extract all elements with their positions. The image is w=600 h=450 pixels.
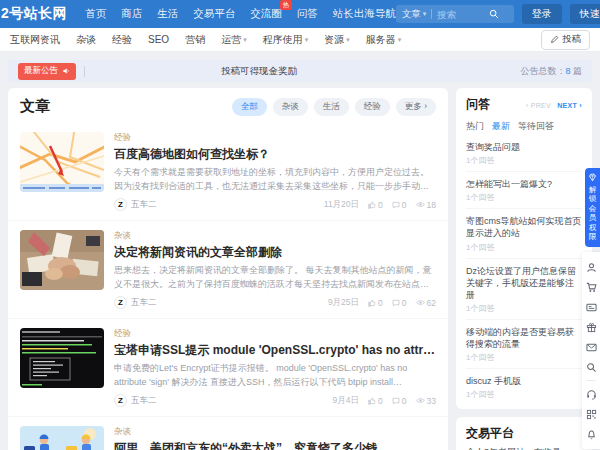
search-category-dropdown[interactable]: 文章▾ [402, 8, 427, 21]
qa-answer-count: 1个回答 [466, 242, 582, 253]
card-icon[interactable] [586, 297, 597, 317]
member-unlock-badge[interactable]: 解锁会员权限 [585, 168, 600, 247]
mail-icon[interactable] [586, 337, 597, 357]
nav-shop[interactable]: 商店 [121, 7, 142, 21]
user-icon[interactable] [586, 257, 597, 277]
subnav-server[interactable]: 服务器▾ [366, 33, 402, 47]
filter-all[interactable]: 全部 [232, 98, 267, 116]
next-button[interactable]: NEXT › [557, 102, 582, 109]
article-row[interactable]: 经验 宝塔申请SSL提示 module 'OpenSSL.crypto' has… [8, 318, 448, 416]
article-meta: Z 五车二 11月20日 0 0 18 [114, 198, 436, 211]
article-thumbnail-terminal[interactable] [20, 328, 104, 388]
article-category[interactable]: 经验 [114, 328, 436, 340]
view-stat: 33 [416, 396, 436, 406]
submit-post-button[interactable]: 投稿 [541, 30, 590, 50]
qa-item[interactable]: 怎样能写出一篇爆文?1个回答 [466, 172, 582, 209]
qa-item[interactable]: Dz论坛设置了用户信息保留关键字，手机版还是能够注册1个回答 [466, 259, 582, 320]
filter-misc[interactable]: 杂谈 [273, 98, 308, 116]
comment-stat[interactable]: 0 [392, 200, 407, 210]
comment-stat[interactable]: 0 [392, 298, 407, 308]
category-nav: 互联网资讯 杂谈 经验 SEO 营销 运营▾ 程序使用▾ 资源▾ 服务器▾ 投稿 [0, 28, 600, 52]
like-count: 0 [378, 396, 383, 406]
article-date: 11月20日 [324, 199, 359, 211]
avatar[interactable]: Z [114, 198, 127, 211]
qa-tabs: 热门 最新 等待回答 [466, 120, 582, 135]
bell-icon[interactable] [586, 424, 597, 444]
team-photo-image [20, 230, 104, 290]
subnav-seo[interactable]: SEO [148, 34, 169, 45]
qa-answer-count: 1个回答 [466, 352, 582, 363]
article-thumbnail-map[interactable] [20, 132, 104, 192]
article-author[interactable]: 五车二 [131, 199, 157, 211]
nav-home[interactable]: 首页 [85, 7, 106, 21]
chevron-down-icon: ▾ [398, 36, 402, 44]
nav-circle-label: 交流圈 [250, 7, 282, 19]
qa-item[interactable]: 寄图cms导航站如何实现首页显示进入的站1个回答 [466, 209, 582, 258]
subnav-experience[interactable]: 经验 [112, 33, 132, 47]
article-row[interactable]: 杂谈 决定将新闻资讯的文章全部删除 思来想去，决定将新闻资讯的文章全部删除了。 … [8, 220, 448, 318]
trade-item[interactable]: 个人3年老网站，有收录 出售8月14日 [466, 442, 582, 450]
like-stat[interactable]: 0 [368, 200, 383, 210]
main-content: 文章 全部 杂谈 生活 经验 更多 › [0, 88, 600, 450]
qrcode-icon[interactable] [586, 404, 597, 424]
article-author[interactable]: 五车二 [131, 395, 157, 407]
avatar[interactable]: Z [114, 296, 127, 309]
subnav-misc[interactable]: 杂谈 [76, 33, 96, 47]
site-logo[interactable]: 2号站长网 [1, 5, 67, 23]
eye-icon [416, 396, 425, 405]
headset-icon[interactable] [586, 384, 597, 404]
article-stats: 9月25日 0 0 62 [328, 297, 436, 309]
comment-count: 0 [402, 396, 407, 406]
article-category[interactable]: 杂谈 [114, 426, 436, 438]
like-stat[interactable]: 0 [368, 298, 383, 308]
article-thumbnail-photo[interactable] [20, 230, 104, 290]
register-button[interactable]: 快速注册 [570, 4, 600, 24]
nav-trade[interactable]: 交易平台 [193, 7, 235, 21]
announcement-text[interactable]: 投稿可得现金奖励 [221, 65, 297, 78]
prev-button[interactable]: ‹ PREV [526, 102, 551, 109]
qa-item[interactable]: 移动端的内容是否更容易获得搜索的流量1个回答 [466, 320, 582, 369]
avatar[interactable]: Z [114, 394, 127, 407]
top-header: 2号站长网 首页 商店 生活 交易平台 交流圈热 问答 站长出海导航 文章▾ 登… [0, 0, 600, 28]
search-icon[interactable] [489, 9, 499, 19]
article-title[interactable]: 决定将新闻资讯的文章全部删除 [114, 244, 436, 261]
article-row[interactable]: 经验 百度高德地图如何查找坐标？ 今天有个需求就是需要获取到地址的坐标，填充到内… [8, 123, 448, 220]
qa-tab-unanswered[interactable]: 等待回答 [518, 120, 554, 133]
nav-qa[interactable]: 问答 [297, 7, 318, 21]
nav-overseas[interactable]: 站长出海导航 [333, 7, 396, 21]
search-box[interactable]: 文章▾ [396, 5, 514, 23]
article-thumbnail-illustration[interactable] [20, 426, 104, 450]
article-category[interactable]: 经验 [114, 132, 436, 144]
filter-experience[interactable]: 经验 [355, 98, 390, 116]
search-icon[interactable] [586, 357, 597, 377]
article-title[interactable]: 宝塔申请SSL提示 module 'OpenSSL.crypto' has no… [114, 342, 436, 359]
cart-icon[interactable] [586, 277, 597, 297]
article-category[interactable]: 杂谈 [114, 230, 436, 242]
subnav-marketing[interactable]: 营销 [185, 33, 205, 47]
nav-circle[interactable]: 交流圈热 [250, 7, 282, 21]
article-author[interactable]: 五车二 [131, 297, 157, 309]
qa-widget: 问答 ‹ PREV NEXT › 热门 最新 等待回答 查询奖品问题1个回答 怎… [456, 88, 592, 409]
qa-item[interactable]: 查询奖品问题1个回答 [466, 135, 582, 172]
subnav-resources[interactable]: 资源▾ [324, 33, 350, 47]
qa-tab-hot[interactable]: 热门 [466, 120, 484, 133]
article-row[interactable]: 杂谈 阿里、美团和京东的“外卖大战”，究竟烧了多少钱 来源: 硅星人 作者 ｜ … [8, 416, 448, 450]
search-input[interactable] [437, 9, 489, 20]
qa-item[interactable]: discuz 手机版1个回答 [466, 369, 582, 405]
article-title[interactable]: 百度高德地图如何查找坐标？ [114, 146, 436, 163]
eye-icon [416, 298, 425, 307]
filter-more[interactable]: 更多 › [396, 98, 436, 116]
subnav-internet-news[interactable]: 互联网资讯 [10, 33, 60, 47]
qa-tab-latest[interactable]: 最新 [492, 120, 510, 133]
like-stat[interactable]: 0 [368, 396, 383, 406]
article-title[interactable]: 阿里、美团和京东的“外卖大战”，究竟烧了多少钱 [114, 440, 436, 450]
nav-life[interactable]: 生活 [157, 7, 178, 21]
subnav-operation[interactable]: 运营▾ [221, 33, 247, 47]
trade-title: 交易平台 [466, 425, 582, 442]
comment-stat[interactable]: 0 [392, 396, 407, 406]
announcement-total-count: 8 [565, 66, 570, 76]
gift-icon[interactable] [586, 317, 597, 337]
login-button[interactable]: 登录 [522, 4, 562, 24]
filter-life[interactable]: 生活 [314, 98, 349, 116]
subnav-program-usage[interactable]: 程序使用▾ [263, 33, 309, 47]
